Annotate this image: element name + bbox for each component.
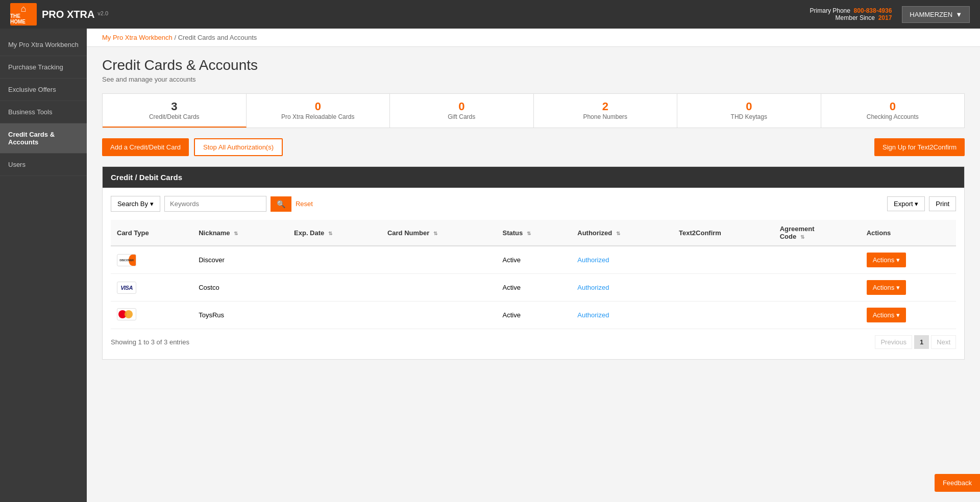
breadcrumb-link[interactable]: My Pro Xtra Workbench xyxy=(102,34,173,41)
sidebar-item-credit-cards[interactable]: Credit Cards & Accounts xyxy=(0,123,87,154)
actions-button-2[interactable]: Actions ▾ xyxy=(867,308,906,322)
next-button[interactable]: Next xyxy=(931,335,956,349)
tab-checking-accounts[interactable]: 0 Checking Accounts xyxy=(821,94,965,128)
tab-count-2: 0 xyxy=(400,100,523,113)
export-button[interactable]: Export ▾ xyxy=(887,196,925,211)
sidebar-label-credit-cards: Credit Cards & Accounts xyxy=(8,131,55,146)
col-agreement-code: AgreementCode ⇅ xyxy=(774,220,861,246)
tab-label-4: THD Keytags xyxy=(688,113,811,120)
discover-text: DISCOVER xyxy=(119,259,133,262)
authorized-link-1[interactable]: Authorized xyxy=(577,284,609,291)
search-row: Search By ▾ 🔍 Reset Export ▾ Print xyxy=(111,196,956,212)
mc-circles xyxy=(117,308,136,320)
add-card-button[interactable]: Add a Credit/Debit Card xyxy=(102,138,189,156)
cell-exp-date-2 xyxy=(288,302,381,329)
sort-icon-authorized: ⇅ xyxy=(616,231,620,236)
phone-row: Primary Phone 800-838-4936 xyxy=(810,7,892,14)
col-label-authorized: Authorized xyxy=(577,229,612,237)
action-row: Add a Credit/Debit Card Stop All Authori… xyxy=(102,138,965,156)
actions-button-0[interactable]: Actions ▾ xyxy=(867,253,906,267)
breadcrumb-separator: / xyxy=(174,34,178,41)
layout: My Pro Xtra Workbench Purchase Tracking … xyxy=(0,29,980,502)
cell-card-type-0: DISCOVER xyxy=(111,246,192,274)
user-dropdown-arrow: ▼ xyxy=(955,11,962,18)
cell-agreement-code-2 xyxy=(774,302,861,329)
main-content: My Pro Xtra Workbench / Credit Cards and… xyxy=(87,29,980,502)
phone-number: 800-838-4936 xyxy=(854,7,892,14)
tab-credit-debit[interactable]: 3 Credit/Debit Cards xyxy=(103,94,247,128)
mastercard-icon xyxy=(117,308,136,320)
cell-nickname-0: Discover xyxy=(192,246,288,274)
col-label-agreement-code: AgreementCode xyxy=(780,225,815,240)
tab-label-5: Checking Accounts xyxy=(831,113,954,120)
col-card-type: Card Type xyxy=(111,220,192,246)
cell-actions-0: Actions ▾ xyxy=(861,246,956,274)
tab-label-2: Gift Cards xyxy=(400,113,523,120)
actions-button-1[interactable]: Actions ▾ xyxy=(867,280,906,295)
cell-authorized-0: Authorized xyxy=(571,246,673,274)
cell-actions-2: Actions ▾ xyxy=(861,302,956,329)
page-1-button[interactable]: 1 xyxy=(914,335,929,349)
print-button[interactable]: Print xyxy=(929,196,956,211)
visa-text: VISA xyxy=(120,285,133,291)
tab-thd-keytags[interactable]: 0 THD Keytags xyxy=(677,94,821,128)
authorized-link-2[interactable]: Authorized xyxy=(577,311,609,319)
sidebar-label-business-tools: Business Tools xyxy=(8,108,52,116)
nickname-1: Costco xyxy=(199,284,219,291)
sidebar: My Pro Xtra Workbench Purchase Tracking … xyxy=(0,29,87,502)
logo-subtext: THE HOME xyxy=(10,13,37,24)
logo-box: ⌂ THE HOME xyxy=(10,3,37,26)
search-right: Export ▾ Print xyxy=(887,196,956,211)
user-menu-button[interactable]: HAMMERZEN ▼ xyxy=(902,6,970,23)
tab-count-3: 2 xyxy=(544,100,667,113)
sidebar-item-my-pro-xtra[interactable]: My Pro Xtra Workbench xyxy=(0,34,87,56)
nickname-2: ToysRus xyxy=(199,311,224,319)
cell-exp-date-1 xyxy=(288,274,381,302)
search-input[interactable] xyxy=(164,196,266,212)
logo-text-area: PRO XTRA v2.0 xyxy=(42,9,108,19)
breadcrumb-current: Credit Cards and Accounts xyxy=(178,34,257,41)
authorized-link-0[interactable]: Authorized xyxy=(577,256,609,264)
search-by-button[interactable]: Search By ▾ xyxy=(111,196,160,212)
col-authorized: Authorized ⇅ xyxy=(571,220,673,246)
action-left: Add a Credit/Debit Card Stop All Authori… xyxy=(102,138,283,156)
status-1: Active xyxy=(503,284,521,291)
search-by-chevron: ▾ xyxy=(150,200,154,208)
feedback-button[interactable]: Feedback xyxy=(935,474,980,492)
sidebar-item-exclusive-offers[interactable]: Exclusive Offers xyxy=(0,79,87,101)
member-year: 2017 xyxy=(878,14,892,21)
visa-card-icon: VISA xyxy=(117,282,136,294)
pagination-row: Showing 1 to 3 of 3 entries Previous 1 N… xyxy=(111,329,956,351)
tab-count-4: 0 xyxy=(688,100,811,113)
tab-gift-cards[interactable]: 0 Gift Cards xyxy=(390,94,534,128)
col-label-card-type: Card Type xyxy=(117,229,149,237)
phone-label: Primary Phone xyxy=(810,7,850,14)
header: ⌂ THE HOME PRO XTRA v2.0 Primary Phone 8… xyxy=(0,0,980,29)
cell-authorized-2: Authorized xyxy=(571,302,673,329)
tab-label-1: Pro Xtra Reloadable Cards xyxy=(257,113,380,120)
cell-exp-date-0 xyxy=(288,246,381,274)
tab-phone-numbers[interactable]: 2 Phone Numbers xyxy=(534,94,678,128)
logo-version: v2.0 xyxy=(97,10,108,16)
cell-text2confirm-0 xyxy=(673,246,774,274)
col-nickname: Nickname ⇅ xyxy=(192,220,288,246)
search-submit-button[interactable]: 🔍 xyxy=(271,196,291,212)
stop-auth-button[interactable]: Stop All Authorization(s) xyxy=(194,138,283,156)
pagination-buttons: Previous 1 Next xyxy=(875,335,956,349)
cell-card-type-1: VISA xyxy=(111,274,192,302)
sidebar-item-purchase-tracking[interactable]: Purchase Tracking xyxy=(0,56,87,79)
sidebar-item-users[interactable]: Users xyxy=(0,154,87,176)
cell-agreement-code-0 xyxy=(774,246,861,274)
previous-button[interactable]: Previous xyxy=(875,335,912,349)
tab-pro-xtra-reloadable[interactable]: 0 Pro Xtra Reloadable Cards xyxy=(247,94,390,128)
logo-area: ⌂ THE HOME PRO XTRA v2.0 xyxy=(10,3,108,26)
mc-right-circle xyxy=(125,310,133,318)
reset-link[interactable]: Reset xyxy=(296,200,313,208)
sidebar-item-business-tools[interactable]: Business Tools xyxy=(0,101,87,123)
cell-agreement-code-1 xyxy=(774,274,861,302)
tabs-container: 3 Credit/Debit Cards 0 Pro Xtra Reloadab… xyxy=(102,93,965,128)
sign-up-text2confirm-button[interactable]: Sign Up for Text2Confirm xyxy=(874,138,965,156)
user-name: HAMMERZEN xyxy=(910,11,952,18)
col-card-number: Card Number ⇅ xyxy=(381,220,497,246)
cell-card-number-1 xyxy=(381,274,497,302)
